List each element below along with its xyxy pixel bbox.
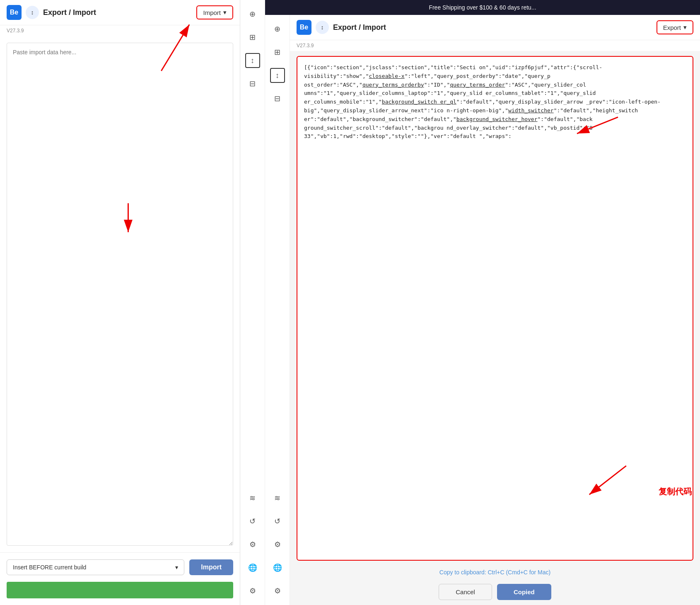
right-sidebar-grid-icon[interactable]: ⊞ [270,45,285,60]
sidebar-grid-icon[interactable]: ⊞ [245,30,260,45]
copied-button[interactable]: Copied [497,584,551,600]
export-dropdown-button[interactable]: Export ▾ [657,20,693,34]
import-action-button[interactable]: Import [189,559,233,575]
bottom-actions: Insert BEFORE current build ▾ Import [0,552,240,582]
insert-arrow-icon: ▾ [175,564,178,571]
left-version: V27.3.9 [0,25,240,36]
right-panel: Free Shipping over $100 & 60 days retu..… [265,0,700,605]
bottom-btn-row: Cancel Copied [290,579,700,605]
insert-before-dropdown[interactable]: Insert BEFORE current build ▾ [7,559,184,575]
right-sidebar-add-icon[interactable]: ⊕ [270,22,285,36]
cancel-button[interactable]: Cancel [439,584,492,600]
right-main-layout: ⊕ ⊞ ↕ ⊟ ≋ ↺ ⚙ 🌐 ⚙ Be ↕ Export / Import [265,15,700,605]
right-sidebar-globe-icon[interactable]: 🌐 [270,560,285,575]
sidebar-layers-icon[interactable]: ≋ [245,491,260,506]
sidebar-template-icon[interactable]: ⊟ [245,76,260,91]
import-btn-label: Import [203,9,221,16]
right-sidebar-template-icon[interactable]: ⊟ [270,91,285,106]
right-sidebar-sort-icon[interactable]: ↕ [270,68,285,83]
green-bottom-bar [7,582,233,598]
sidebar-settings-icon[interactable]: ⚙ [245,537,260,552]
right-content: Be ↕ Export / Import Export ▾ V27.3.9 [{… [290,15,700,605]
sidebar-add-icon[interactable]: ⊕ [245,7,260,22]
export-btn-label: Export [663,24,681,31]
right-panel-title: Export / Import [333,23,652,32]
sidebar-sort-icon[interactable]: ↕ [245,53,260,68]
paste-textarea[interactable] [7,43,233,546]
insert-label: Insert BEFORE current build [13,564,86,571]
right-sidebar-layers-icon[interactable]: ≋ [270,491,285,506]
top-notice-bar: Free Shipping over $100 & 60 days retu..… [265,0,700,15]
import-dropdown-button[interactable]: Import ▾ [196,5,233,19]
right-sidebar-history-icon[interactable]: ↺ [270,514,285,529]
import-dropdown-arrow: ▾ [223,9,227,16]
right-sidebar-gear-icon[interactable]: ⚙ [270,583,285,598]
sidebar-globe-icon[interactable]: 🌐 [245,560,260,575]
left-logo: Be [7,5,22,20]
right-top-bar-content: Be ↕ Export / Import Export ▾ [290,15,700,40]
clipboard-hint: Copy to clipboard: Ctrl+C (Cmd+C for Mac… [290,566,700,579]
left-sidebar: ⊕ ⊞ ↕ ⊟ ≋ ↺ ⚙ 🌐 ⚙ [240,0,265,605]
right-sidebar-options-icon[interactable]: ⚙ [270,537,285,552]
right-sort-icon-btn[interactable]: ↕ [316,21,329,34]
left-sort-icon[interactable]: ↕ [26,6,39,19]
export-dropdown-arrow: ▾ [683,24,687,31]
right-sidebar: ⊕ ⊞ ↕ ⊟ ≋ ↺ ⚙ 🌐 ⚙ [265,15,290,605]
right-version: V27.3.9 [290,40,700,51]
sidebar-options-icon[interactable]: ⚙ [245,583,260,598]
code-export-display: [{"icon":"section","jsclass":"section","… [297,56,693,561]
left-top-bar: Be ↕ Export / Import Import ▾ [0,0,240,25]
sidebar-history-icon[interactable]: ↺ [245,514,260,529]
code-content: [{"icon":"section","jsclass":"section","… [304,64,661,139]
right-logo: Be [297,20,311,35]
paste-area-wrapper [0,36,240,552]
left-panel-title: Export / Import [43,8,192,17]
